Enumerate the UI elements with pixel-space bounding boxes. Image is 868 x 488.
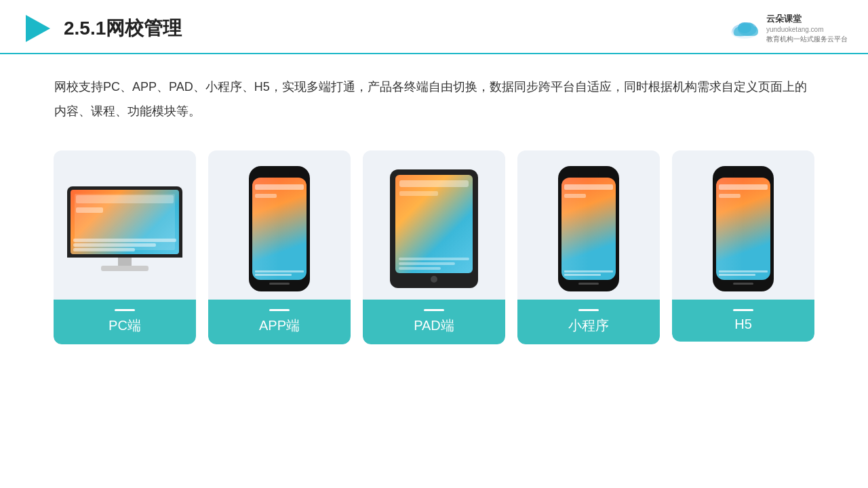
card-app-label: APP端 [208,300,351,344]
pc-mockup [67,186,182,271]
phone-mockup-h5 [713,166,774,291]
card-pad: PAD端 [363,150,505,344]
card-miniprogram: 小程序 [517,150,660,344]
card-pad-image [363,150,505,300]
card-h5-image [672,150,814,300]
card-pc-image [54,150,196,300]
play-icon [20,12,53,45]
card-miniprogram-label: 小程序 [517,300,660,344]
card-app-image [208,150,351,300]
phone-mockup-app [249,166,310,291]
card-app: APP端 [208,150,351,344]
logo-icon [727,16,762,41]
card-h5-label: H5 [672,300,814,342]
card-pc: PC端 [54,150,196,344]
phone-mockup-mini [558,166,619,291]
card-miniprogram-image [517,150,660,300]
page-title: 2.5.1网校管理 [64,16,182,41]
logo-area: 云朵课堂 yunduoketang.com 教育机构一站式服务云平台 [727,13,848,44]
logo-text: 云朵课堂 yunduoketang.com 教育机构一站式服务云平台 [766,13,848,44]
cards-container: PC端 APP端 [0,130,868,365]
description-text: 网校支持PC、APP、PAD、小程序、H5，实现多端打通，产品各终端自由切换，数… [0,54,868,130]
card-pc-label: PC端 [54,300,196,344]
header: 2.5.1网校管理 云朵课堂 yunduoketang.com 教育机构一站式服… [0,0,868,54]
card-pad-label: PAD端 [363,300,505,344]
card-h5: H5 [672,150,814,342]
tablet-mockup [390,169,478,288]
header-left: 2.5.1网校管理 [20,12,182,45]
svg-marker-0 [26,15,50,42]
